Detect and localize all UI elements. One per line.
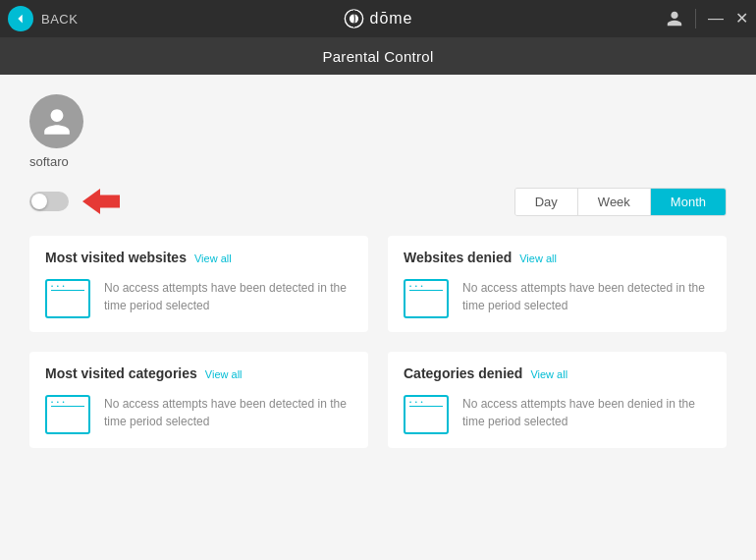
back-label: BACK [41, 12, 78, 27]
categories-denied-view-all[interactable]: View all [530, 368, 567, 380]
user-section: softaro [29, 94, 727, 169]
categories-denied-empty-text: No access attempts have been denied in t… [462, 395, 711, 430]
time-period-selector: Day Week Month [514, 188, 727, 216]
most-visited-websites-title: Most visited websites [45, 250, 187, 265]
browser-icon-1 [45, 279, 90, 318]
websites-denied-header: Websites denied View all [404, 250, 711, 265]
svg-point-1 [350, 14, 358, 23]
most-visited-categories-view-all[interactable]: View all [205, 368, 243, 380]
browser-icon-3 [45, 395, 90, 434]
username: softaro [29, 154, 69, 169]
stats-grid: Most visited websites View all No access… [29, 236, 727, 448]
most-visited-websites-empty: No access attempts have been detected in… [45, 279, 352, 318]
arrow-head [82, 189, 100, 214]
most-visited-websites-header: Most visited websites View all [45, 250, 352, 265]
account-icon[interactable] [666, 10, 683, 28]
categories-denied-empty: No access attempts have been denied in t… [404, 395, 711, 434]
websites-denied-empty: No access attempts have been detected in… [404, 279, 711, 318]
most-visited-categories-section: Most visited categories View all No acce… [29, 352, 368, 448]
dome-logo-icon [343, 8, 364, 29]
categories-denied-title: Categories denied [404, 365, 522, 381]
websites-denied-title: Websites denied [404, 250, 512, 265]
most-visited-websites-view-all[interactable]: View all [194, 252, 232, 264]
divider [695, 9, 696, 28]
most-visited-categories-header: Most visited categories View all [45, 365, 352, 381]
parental-control-toggle[interactable] [29, 192, 69, 211]
toggle-track [29, 192, 69, 211]
month-button[interactable]: Month [651, 189, 726, 215]
arrow-indicator [82, 187, 132, 216]
avatar-icon [41, 106, 73, 138]
app-name: dōme [369, 10, 412, 28]
day-button[interactable]: Day [515, 189, 578, 215]
most-visited-categories-empty: No access attempts have been detected in… [45, 395, 352, 434]
minimize-button[interactable]: — [708, 11, 724, 27]
content-area: softaro Day Week Month Most visite [0, 75, 756, 560]
week-button[interactable]: Week [578, 189, 651, 215]
page-title: Parental Control [322, 48, 433, 65]
title-bar: BACK dōme — ✕ [0, 0, 756, 37]
app-logo: dōme [343, 8, 412, 29]
avatar [29, 94, 83, 148]
categories-denied-section: Categories denied View all No access att… [388, 352, 727, 448]
back-button[interactable] [8, 6, 33, 31]
websites-denied-section: Websites denied View all No access attem… [388, 236, 727, 332]
toggle-thumb [31, 194, 47, 209]
controls-row: Day Week Month [29, 187, 727, 216]
most-visited-websites-section: Most visited websites View all No access… [29, 236, 368, 332]
browser-icon-2 [404, 279, 449, 318]
close-button[interactable]: ✕ [735, 11, 748, 27]
toggle-area [29, 187, 132, 216]
page-title-bar: Parental Control [0, 37, 756, 75]
browser-icon-4 [404, 395, 449, 434]
most-visited-categories-empty-text: No access attempts have been detected in… [104, 395, 352, 430]
websites-denied-view-all[interactable]: View all [519, 252, 557, 264]
websites-denied-empty-text: No access attempts have been detected in… [462, 279, 711, 314]
categories-denied-header: Categories denied View all [404, 365, 711, 381]
most-visited-categories-title: Most visited categories [45, 365, 197, 381]
arrow-body [98, 196, 120, 208]
most-visited-websites-empty-text: No access attempts have been detected in… [104, 279, 352, 314]
